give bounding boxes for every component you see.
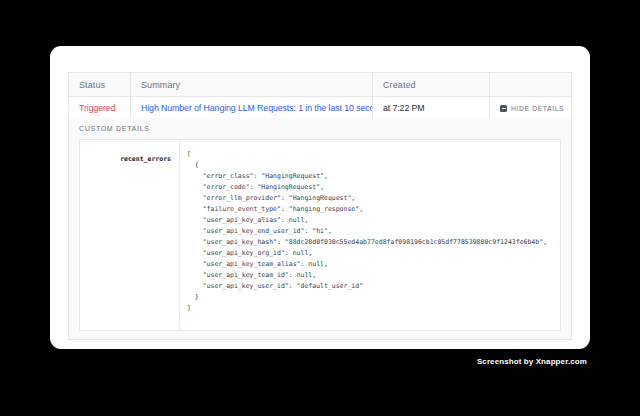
- column-header-status: Status: [69, 73, 130, 96]
- summary-link[interactable]: High Number of Hanging LLM Requests: 1 i…: [141, 103, 372, 113]
- details-cell: HIDE DETAILS: [489, 97, 571, 119]
- table-row: Triggered High Number of Hanging LLM Req…: [69, 97, 571, 119]
- hide-details-button[interactable]: HIDE DETAILS: [500, 105, 564, 112]
- column-header-summary: Summary: [130, 73, 372, 96]
- column-header-details: [489, 73, 571, 96]
- recent-errors-json: [ { "error_class": "HangingRequest", "er…: [180, 140, 560, 314]
- summary-cell: High Number of Hanging LLM Requests: 1 i…: [130, 97, 372, 119]
- hide-details-label: HIDE DETAILS: [511, 105, 564, 112]
- table-header-row: Status Summary Created: [69, 73, 571, 97]
- details-key-name: recent_errors: [120, 155, 171, 163]
- column-header-created: Created: [372, 73, 489, 96]
- created-cell: at 7:22 PM: [372, 97, 489, 119]
- xnapper-watermark: Screenshot by Xnapper.com: [477, 357, 587, 366]
- details-code-column: [ { "error_class": "HangingRequest", "er…: [180, 140, 560, 330]
- custom-details-label: CUSTOM DETAILS: [79, 125, 150, 132]
- created-timestamp: at 7:22 PM: [383, 103, 425, 113]
- alerts-table: Status Summary Created Triggered High Nu…: [68, 72, 572, 120]
- custom-details-code-box: recent_errors [ { "error_class": "Hangin…: [79, 139, 561, 331]
- details-key-column: recent_errors: [80, 140, 180, 330]
- status-cell: Triggered: [69, 97, 130, 119]
- custom-details-panel: CUSTOM DETAILS recent_errors [ { "error_…: [68, 118, 572, 340]
- status-badge: Triggered: [79, 103, 115, 113]
- page-background: Status Summary Created Triggered High Nu…: [0, 0, 640, 416]
- alerts-card: Status Summary Created Triggered High Nu…: [50, 46, 590, 349]
- minus-square-icon: [500, 105, 507, 112]
